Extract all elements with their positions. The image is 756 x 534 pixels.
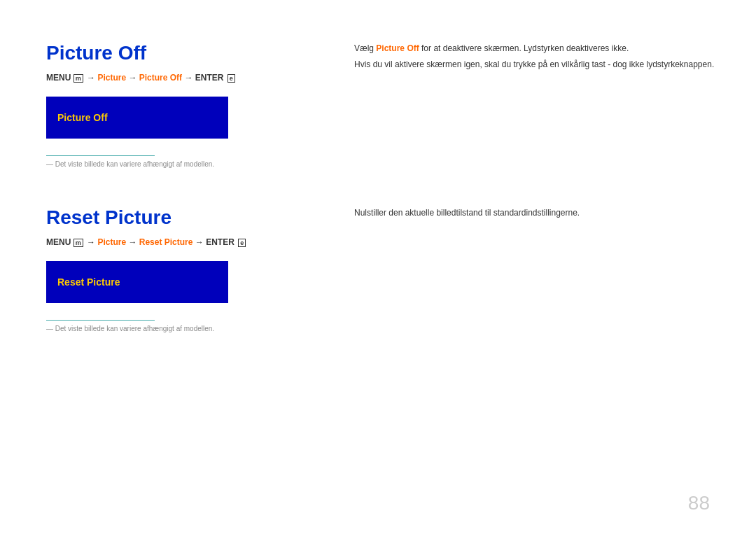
menu-arrow3-reset: →: [195, 237, 204, 247]
screenshot-reset-picture: Reset Picture: [46, 261, 228, 303]
section-picture-off: Picture Off MENU m → Picture → Picture O…: [46, 42, 710, 168]
menu-path1-reset: Picture: [97, 237, 126, 247]
menu-label: MENU: [46, 73, 74, 83]
screenshot-label-picture-off: Picture Off: [57, 112, 108, 123]
right-column-picture-off: Vælg Picture Off for at deaktivere skærm…: [354, 42, 756, 74]
menu-suffix: ENTER: [195, 73, 224, 83]
screenshot-picture-off: Picture Off: [46, 97, 228, 139]
note-reset-picture: — Det viste billede kan variere afhængig…: [46, 325, 305, 332]
menu-path2-reset: Reset Picture: [139, 237, 193, 247]
menu-suffix-reset: ENTER: [206, 237, 234, 247]
divider-reset-picture: [46, 320, 155, 321]
right-column-reset-picture: Nulstiller den aktuelle billedtilstand t…: [354, 206, 756, 223]
section-reset-picture: Reset Picture MENU m → Picture → Reset P…: [46, 206, 710, 332]
menu-label-reset: MENU: [46, 237, 74, 247]
left-column-reset-picture: Reset Picture MENU m → Picture → Reset P…: [46, 206, 305, 332]
menu-icon-reset: m: [74, 239, 83, 247]
picture-off-title: Picture Off: [46, 42, 305, 64]
enter-icon: e: [227, 74, 235, 83]
reset-picture-title: Reset Picture: [46, 206, 305, 229]
page-number: 88: [688, 492, 710, 514]
menu-path2-picture-off: Picture Off: [139, 73, 182, 83]
left-column-picture-off: Picture Off MENU m → Picture → Picture O…: [46, 42, 305, 168]
menu-icon: m: [74, 74, 83, 83]
menu-arrow3: →: [184, 73, 192, 83]
enter-icon-reset: e: [238, 239, 246, 247]
description-line1: Vælg Picture Off for at deaktivere skærm…: [354, 42, 756, 55]
note-picture-off: — Det viste billede kan variere afhængig…: [46, 160, 305, 168]
menu-arrow1: →: [87, 73, 95, 83]
menu-path-reset-picture: MENU m → Picture → Reset Picture → ENTER…: [46, 237, 305, 247]
description-line2: Hvis du vil aktivere skærmen igen, skal …: [354, 58, 756, 71]
menu-arrow2-reset: →: [128, 237, 136, 247]
menu-arrow2: →: [128, 73, 136, 83]
menu-arrow1-reset: →: [87, 237, 95, 247]
screenshot-label-reset: Reset Picture: [57, 276, 120, 288]
page: Picture Off MENU m → Picture → Picture O…: [0, 0, 756, 534]
menu-path1: Picture: [97, 73, 126, 83]
description-reset: Nulstiller den aktuelle billedtilstand t…: [354, 206, 756, 220]
divider-picture-off: [46, 155, 155, 156]
menu-path-picture-off: MENU m → Picture → Picture Off → ENTER e: [46, 73, 305, 83]
highlight-picture-off: Picture Off: [376, 43, 419, 53]
